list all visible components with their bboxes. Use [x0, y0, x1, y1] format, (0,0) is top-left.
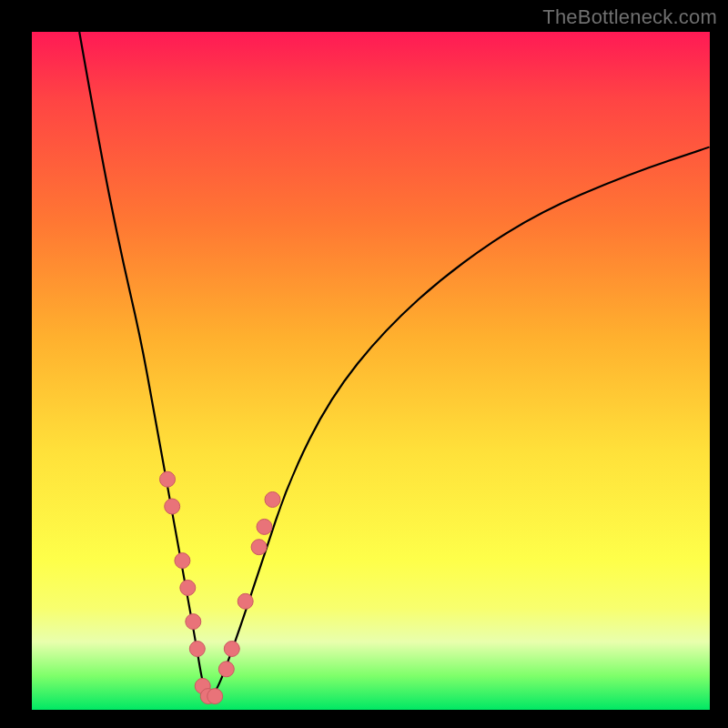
chart-frame: TheBottleneck.com — [0, 0, 728, 728]
watermark-text: TheBottleneck.com — [542, 5, 717, 29]
bead-marker — [175, 553, 190, 569]
bead-marker — [238, 593, 253, 609]
bead-marker — [218, 662, 234, 677]
bead-marker — [160, 471, 176, 487]
bead-marker — [180, 580, 196, 595]
chart-svg — [32, 32, 710, 710]
bead-marker — [251, 540, 267, 555]
bead-marker — [265, 492, 280, 508]
highlight-beads — [160, 471, 281, 703]
bead-marker — [257, 519, 272, 534]
plot-area — [32, 32, 710, 710]
bead-marker — [186, 614, 201, 630]
bead-marker — [207, 689, 223, 704]
bead-marker — [189, 642, 205, 657]
bead-marker — [224, 642, 239, 657]
bottleneck-curve — [79, 32, 710, 696]
bead-marker — [165, 499, 180, 514]
